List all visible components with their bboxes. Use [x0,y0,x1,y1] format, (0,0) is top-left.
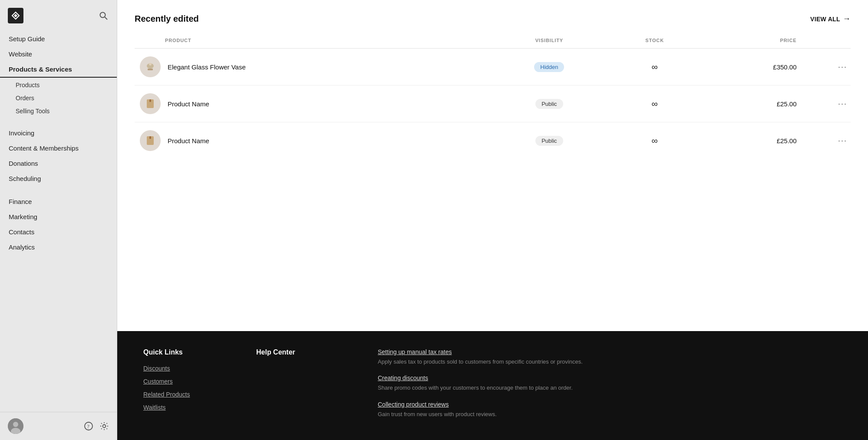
help-article-creating-discounts: Creating discounts Share promo codes wit… [378,374,842,392]
quick-links-section: Quick Links DiscountsCustomersRelated Pr… [143,348,221,427]
col-header-product: PRODUCT [135,34,488,49]
squarespace-logo[interactable] [8,8,23,23]
table-row[interactable]: Product Name Public ∞ £25.00 ··· [135,85,851,122]
sidebar-sub-item-products[interactable]: Products [0,79,117,92]
sidebar-item-scheduling[interactable]: Scheduling [0,171,117,186]
bottom-icons: ? [84,421,109,431]
help-article-title[interactable]: Setting up manual tax rates [378,348,842,355]
col-header-actions [802,34,851,49]
product-name: Elegant Glass Flower Vase [168,63,246,71]
sidebar-sub-item-selling-tools[interactable]: Selling Tools [0,105,117,118]
product-name: Product Name [168,100,209,108]
sidebar-item-content-memberships[interactable]: Content & Memberships [0,141,117,156]
svg-rect-10 [148,69,153,70]
quick-link-customers[interactable]: Customers [143,378,221,385]
sidebar-sub-item-orders[interactable]: Orders [0,92,117,105]
svg-point-8 [103,425,106,428]
recently-edited-header: Recently edited VIEW ALL → [135,14,851,24]
svg-rect-13 [149,99,151,102]
sidebar-item-website[interactable]: Website [0,46,117,62]
help-article-manual-tax: Setting up manual tax rates Apply sales … [378,348,842,366]
sidebar-item-products-services[interactable]: Products & Services [0,62,117,78]
table-row[interactable]: Product Name Public ∞ £25.00 ··· [135,122,851,159]
avatar[interactable] [8,418,23,434]
quick-link-related-products[interactable]: Related Products [143,391,221,398]
search-icon[interactable] [99,11,108,20]
svg-point-11 [149,63,152,66]
sidebar-item-setup-guide[interactable]: Setup Guide [0,31,117,46]
product-thumbnail [140,56,161,77]
help-icon[interactable]: ? [84,421,93,431]
settings-icon[interactable] [99,421,109,431]
table-row[interactable]: Elegant Glass Flower Vase Hidden ∞ £350.… [135,49,851,85]
help-article-title[interactable]: Collecting product reviews [378,401,842,408]
price-value: £350.00 [699,49,802,85]
recently-edited-panel: Recently edited VIEW ALL → PRODUCT VISIB… [117,0,868,331]
product-thumbnail [140,130,161,151]
row-actions-button[interactable]: ··· [838,136,847,145]
product-name: Product Name [168,137,209,144]
sidebar-item-marketing[interactable]: Marketing [0,209,117,224]
price-value: £25.00 [699,122,802,159]
quick-link-waitlists[interactable]: Waitlists [143,404,221,411]
stock-value: ∞ [611,49,699,85]
row-actions-button[interactable]: ··· [838,99,847,108]
row-actions-button[interactable]: ··· [838,62,847,71]
visibility-badge: Hidden [534,62,564,72]
visibility-badge: Public [535,99,563,109]
sidebar-nav: Setup Guide Website Products & Services … [0,28,117,412]
quick-links-title: Quick Links [143,348,221,356]
sidebar-bottom: ? [0,412,117,440]
sidebar: Setup Guide Website Products & Services … [0,0,117,440]
main-content: Recently edited VIEW ALL → PRODUCT VISIB… [117,0,868,440]
col-header-visibility: VISIBILITY [488,34,611,49]
help-article-title[interactable]: Creating discounts [378,374,842,381]
sidebar-item-invoicing[interactable]: Invoicing [0,125,117,141]
svg-point-4 [13,422,18,427]
svg-text:?: ? [87,424,89,430]
help-article-description: Share promo codes with your customers to… [378,384,586,392]
col-header-price: PRICE [699,34,802,49]
sidebar-item-contacts[interactable]: Contacts [0,224,117,240]
svg-line-2 [105,17,108,20]
help-article-product-reviews: Collecting product reviews Gain trust fr… [378,401,842,419]
recently-edited-title: Recently edited [135,14,199,24]
view-all-button[interactable]: VIEW ALL → [810,14,851,23]
products-table: PRODUCT VISIBILITY STOCK PRICE Elegant G… [135,34,851,159]
price-value: £25.00 [699,85,802,122]
help-center-title: Help Center [256,348,343,356]
stock-value: ∞ [611,85,699,122]
col-header-stock: STOCK [611,34,699,49]
sidebar-header [0,0,117,28]
quick-link-discounts[interactable]: Discounts [143,365,221,372]
stock-value: ∞ [611,122,699,159]
svg-rect-15 [149,136,151,139]
visibility-badge: Public [535,136,563,146]
help-center-section: Help Center [256,348,343,427]
product-thumbnail [140,93,161,114]
footer-panel: Quick Links DiscountsCustomersRelated Pr… [117,331,868,440]
sidebar-item-donations[interactable]: Donations [0,156,117,171]
sidebar-item-analytics[interactable]: Analytics [0,240,117,255]
sidebar-item-finance[interactable]: Finance [0,194,117,209]
help-article-description: Apply sales tax to products sold to cust… [378,358,586,366]
help-articles: Setting up manual tax rates Apply sales … [378,348,842,427]
arrow-right-icon: → [843,14,851,23]
help-article-description: Gain trust from new users with product r… [378,410,586,419]
svg-point-1 [100,13,106,18]
